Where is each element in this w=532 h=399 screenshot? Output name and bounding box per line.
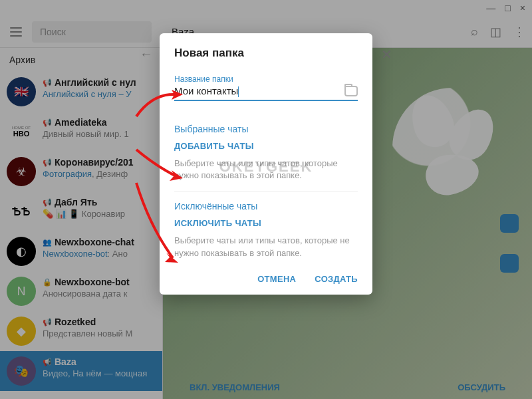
section-hint: Выберите чаты или типы чатов, которые ну…	[174, 158, 358, 182]
section-header: Выбранные чаты	[174, 124, 358, 134]
folder-name-input[interactable]: Мои контакты	[174, 85, 344, 97]
section-header: Исключённые чаты	[174, 201, 358, 211]
section-hint: Выберите чаты или типы чатов, которые не…	[174, 235, 358, 259]
folder-name-label: Название папки	[174, 74, 358, 84]
cancel-button[interactable]: ОТМЕНА	[257, 274, 296, 284]
new-folder-dialog: ← ✕ Новая папка Название папки Мои конта…	[160, 33, 372, 295]
dialog-title: Новая папка	[174, 47, 358, 60]
back-icon[interactable]: ←	[140, 47, 153, 62]
create-button[interactable]: СОЗДАТЬ	[315, 274, 358, 284]
close-icon[interactable]: ✕	[381, 47, 392, 63]
modal-overlay: ← ✕ Новая папка Название папки Мои конта…	[0, 0, 532, 399]
folder-icon[interactable]	[344, 86, 358, 96]
add-chats-button[interactable]: ДОБАВИТЬ ЧАТЫ	[174, 141, 358, 151]
exclude-chats-button[interactable]: ИСКЛЮЧИТЬ ЧАТЫ	[174, 218, 358, 228]
